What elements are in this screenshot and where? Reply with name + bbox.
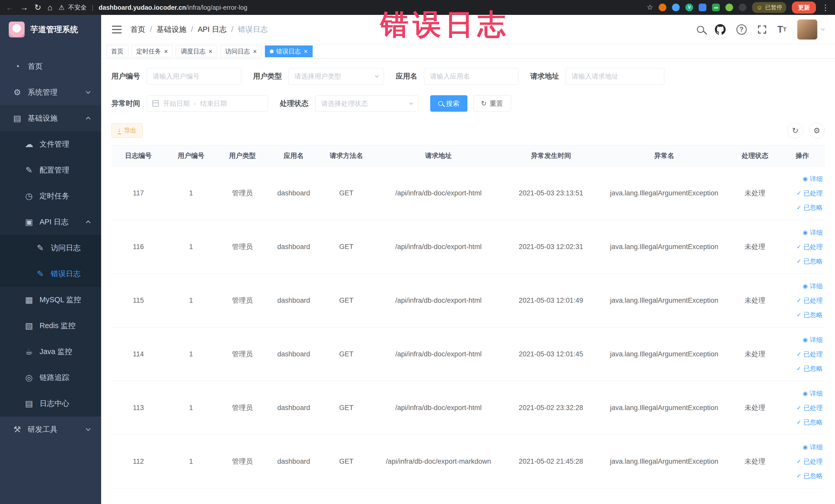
sidebar-item-home[interactable]: ◔首页: [0, 54, 101, 79]
detail-link[interactable]: ◉详细: [782, 440, 823, 454]
sidebar-item-label: 研发工具: [28, 424, 58, 435]
user-type-select[interactable]: 请选择用户类型: [288, 68, 384, 84]
ignored-link[interactable]: ✓已忽略: [782, 308, 823, 322]
sidebar-collapse-icon[interactable]: [112, 26, 122, 33]
close-icon[interactable]: ×: [164, 48, 168, 55]
processed-link[interactable]: ✓已处理: [782, 186, 823, 200]
check-icon: ✓: [796, 293, 801, 308]
ignored-link[interactable]: ✓已忽略: [782, 468, 823, 483]
date-range-picker[interactable]: 开始日期 - 结束日期: [147, 95, 268, 112]
table-row: 1131管理员dashboardGET/api/infra/db-doc/exp…: [111, 381, 825, 435]
sidebar-item-trace[interactable]: ◎链路追踪: [0, 365, 101, 390]
sidebar-item-label: 访问日志: [51, 243, 81, 253]
cell-exception: java.lang.IllegalArgumentException: [598, 166, 730, 220]
sidebar-item-dev-tools[interactable]: ⚒研发工具: [0, 417, 101, 442]
extension-leaf-icon[interactable]: [726, 4, 733, 11]
extension-orange-icon[interactable]: [659, 4, 666, 11]
tab-首页[interactable]: 首页: [106, 45, 128, 57]
ignored-link[interactable]: ✓已忽略: [782, 200, 823, 215]
processed-link[interactable]: ✓已处理: [782, 240, 823, 254]
cell-user-id: 1: [165, 327, 217, 381]
detail-link[interactable]: ◉详细: [782, 332, 823, 347]
breadcrumb-item[interactable]: 基础设施: [157, 24, 186, 35]
action-label: 已忽略: [803, 468, 823, 483]
navbar-right: ? TT: [697, 20, 824, 40]
update-button[interactable]: 更新: [792, 2, 816, 14]
sidebar-item-api-log[interactable]: ▣API 日志: [0, 209, 101, 235]
column-settings-button[interactable]: ⚙: [809, 122, 825, 138]
breadcrumb-item[interactable]: API 日志: [198, 24, 227, 35]
close-icon[interactable]: ×: [253, 48, 257, 55]
processed-link[interactable]: ✓已处理: [782, 347, 823, 361]
app-logo-block[interactable]: 芋道管理系统: [0, 15, 101, 44]
processed-link[interactable]: ✓已处理: [782, 293, 823, 308]
cell-status: 未处理: [730, 381, 780, 435]
app-name-input[interactable]: [424, 68, 518, 84]
sidebar-item-access-log[interactable]: ✎访问日志: [0, 235, 101, 261]
process-status-select[interactable]: 请选择处理状态: [315, 95, 419, 112]
close-icon[interactable]: ×: [208, 48, 212, 55]
sidebar-item-system[interactable]: ⚙系统管理: [0, 79, 101, 105]
cell-actions: ◉详细✓已处理✓已忽略: [780, 274, 825, 327]
extension-blue-drop-icon[interactable]: [672, 4, 680, 11]
breadcrumb-item[interactable]: 首页: [130, 24, 145, 35]
sidebar-item-log-center[interactable]: ▤日志中心: [0, 390, 101, 417]
close-icon[interactable]: ×: [304, 48, 308, 55]
paused-badge[interactable]: ☺已暂停: [752, 2, 786, 13]
sidebar-item-job[interactable]: ◷定时任务: [0, 183, 101, 209]
font-size-icon[interactable]: TT: [777, 24, 787, 35]
github-icon[interactable]: [715, 24, 726, 35]
sidebar-item-java[interactable]: ☕Java 监控: [0, 339, 101, 365]
processed-link[interactable]: ✓已处理: [782, 401, 823, 415]
export-button[interactable]: ↓ 导出: [111, 123, 143, 138]
browser-back-icon[interactable]: ←: [6, 3, 14, 12]
check-icon: ✓: [796, 186, 801, 200]
warning-icon: ⚠: [59, 4, 64, 12]
refresh-button[interactable]: ↻: [787, 122, 803, 138]
help-icon[interactable]: ?: [736, 24, 747, 35]
cell-status: 未处理: [730, 166, 780, 220]
detail-link[interactable]: ◉详细: [782, 386, 823, 401]
browser-reload-icon[interactable]: ↻: [34, 3, 41, 12]
detail-link[interactable]: ◉详细: [782, 279, 823, 293]
sidebar-item-file[interactable]: ☁文件管理: [0, 131, 101, 157]
trace-icon: ◎: [23, 372, 35, 383]
processed-link[interactable]: ✓已处理: [782, 454, 823, 468]
fullscreen-icon[interactable]: [757, 25, 767, 34]
sidebar-item-config[interactable]: ✎配置管理: [0, 157, 101, 183]
extension-on-badge[interactable]: on: [712, 4, 720, 11]
ignored-link[interactable]: ✓已忽略: [782, 254, 823, 268]
tab-错误日志[interactable]: 错误日志×: [265, 45, 313, 57]
column-header: 异常发生时间: [504, 145, 598, 166]
sidebar-item-infra[interactable]: ▤基础设施: [0, 105, 101, 131]
search-icon[interactable]: [697, 26, 704, 33]
search-button[interactable]: 搜索: [430, 95, 467, 112]
user-menu[interactable]: [797, 20, 824, 40]
detail-link[interactable]: ◉详细: [782, 172, 823, 186]
cell-user-id: 1: [165, 274, 217, 327]
ignored-link[interactable]: ✓已忽略: [782, 415, 823, 429]
extension-paw-icon[interactable]: [739, 4, 747, 11]
bookmark-star-icon[interactable]: ☆: [647, 4, 653, 11]
request-url-input[interactable]: [566, 68, 664, 84]
ignored-link[interactable]: ✓已忽略: [782, 361, 823, 376]
sidebar-item-redis[interactable]: ▧Redis 监控: [0, 313, 101, 339]
browser-forward-icon[interactable]: →: [20, 3, 28, 12]
tab-访问日志[interactable]: 访问日志×: [220, 45, 262, 57]
browser-home-icon[interactable]: ⌂: [47, 3, 53, 12]
tab-定时任务[interactable]: 定时任务×: [131, 45, 173, 57]
eye-icon: ◉: [803, 332, 808, 347]
reset-button[interactable]: ↻ 重置: [473, 95, 511, 112]
detail-link[interactable]: ◉详细: [782, 225, 823, 240]
browser-chrome: ← → ↻ ⌂ ⚠ 不安全 | dashboard.yudao.iocoder.…: [0, 0, 835, 15]
smiley-icon: ☺: [756, 4, 762, 11]
user-id-input[interactable]: [147, 68, 241, 84]
sidebar-item-error-log[interactable]: ✎错误日志: [0, 261, 101, 287]
column-header: 用户编号: [165, 145, 217, 166]
extension-green-v-icon[interactable]: V: [685, 4, 693, 11]
browser-menu-icon[interactable]: ⋮: [822, 3, 829, 12]
sidebar-item-mysql[interactable]: ▦MySQL 监控: [0, 287, 101, 313]
extension-grid-icon[interactable]: [699, 4, 707, 11]
address-bar[interactable]: ⚠ 不安全 | dashboard.yudao.iocoder.cn/infra…: [59, 3, 247, 12]
tab-调度日志[interactable]: 调度日志×: [176, 45, 217, 57]
